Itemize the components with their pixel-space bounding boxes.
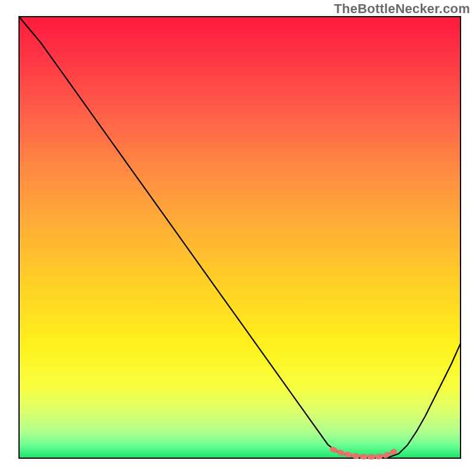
- plot-background: [19, 17, 461, 458]
- watermark-text: TheBottleNecker.com: [334, 1, 470, 17]
- bottleneck-chart: [0, 0, 476, 476]
